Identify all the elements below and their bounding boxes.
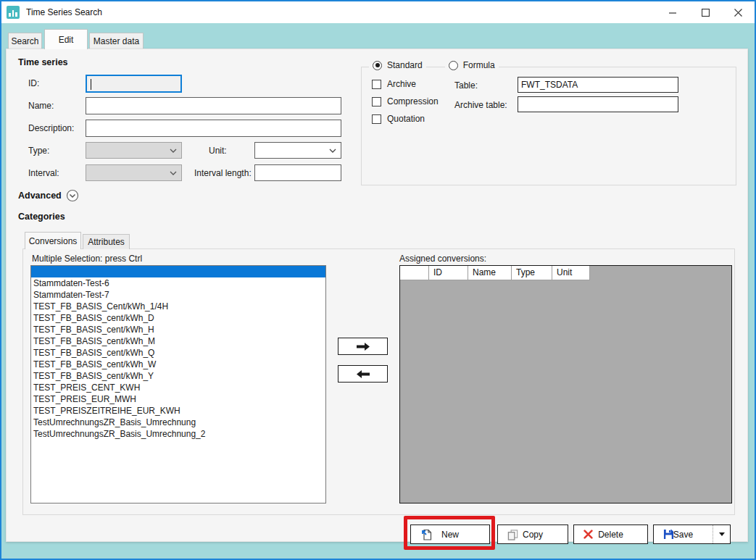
archive-checkbox-label: Archive xyxy=(387,79,416,89)
radio-selected-icon xyxy=(373,61,382,70)
interval-dropdown[interactable] xyxy=(86,164,182,181)
assign-conversion-button[interactable] xyxy=(338,338,388,355)
advanced-label: Advanced xyxy=(18,191,62,201)
tab-master-data[interactable]: Master data xyxy=(89,33,144,49)
checkbox-icon xyxy=(372,97,381,106)
grid-col-id[interactable]: ID xyxy=(429,266,468,280)
compression-checkbox-option[interactable]: Compression xyxy=(372,96,439,106)
categories-heading: Categories xyxy=(18,212,65,222)
chevron-down-icon xyxy=(329,149,336,153)
series-type-groupbox: Standard Formula Archive Compression Quo… xyxy=(361,67,736,185)
advanced-section: Advanced xyxy=(18,189,79,202)
maximize-icon xyxy=(702,9,710,17)
arrow-left-icon xyxy=(355,369,371,379)
checkbox-icon xyxy=(372,80,381,89)
tab-attributes[interactable]: Attributes xyxy=(83,234,130,249)
list-item[interactable]: TEST_FB_BASIS_cent/kWh_Y xyxy=(31,370,325,382)
grid-col-type[interactable]: Type xyxy=(512,266,552,280)
unassign-conversion-button[interactable] xyxy=(338,365,388,383)
close-button[interactable] xyxy=(722,1,755,23)
list-item[interactable]: Stammdaten-Test-6 xyxy=(31,277,325,289)
radio-unselected-icon xyxy=(449,61,458,70)
interval-length-input[interactable] xyxy=(254,164,341,181)
grid-col-name[interactable]: Name xyxy=(468,266,512,280)
title-bar: Time Series Search xyxy=(1,1,755,23)
compression-checkbox-label: Compression xyxy=(387,96,439,106)
tab-search[interactable]: Search xyxy=(8,33,42,49)
type-dropdown[interactable] xyxy=(86,142,182,159)
grid-col-rowselector xyxy=(400,266,429,280)
name-label: Name: xyxy=(28,101,54,111)
tab-conversions[interactable]: Conversions xyxy=(25,232,81,249)
list-item[interactable]: TEST_PREIS_EUR_MWH xyxy=(31,393,325,405)
formula-radio-option[interactable]: Formula xyxy=(445,60,499,70)
conversions-tab-panel: Multiple Selection: press Ctrl Stammdate… xyxy=(22,248,735,515)
unit-dropdown[interactable] xyxy=(254,142,341,159)
edit-tab-panel: Time series ID: Name: Description: Type:… xyxy=(6,49,748,542)
grid-col-unit[interactable]: Unit xyxy=(552,266,590,280)
interval-length-label: Interval length: xyxy=(194,168,252,178)
standard-radio-option[interactable]: Standard xyxy=(369,60,426,70)
close-icon xyxy=(734,9,742,17)
time-series-heading: Time series xyxy=(18,57,68,67)
dropdown-arrow-icon xyxy=(719,532,725,536)
quotation-checkbox-label: Quotation xyxy=(387,114,425,124)
bar-chart-app-icon xyxy=(7,6,20,19)
time-series-search-window: Time Series Search Search Edit Master da… xyxy=(0,0,756,560)
list-item[interactable]: TEST_PREISZEITREIHE_EUR_KWH xyxy=(31,405,325,417)
save-dropdown-button[interactable] xyxy=(713,525,730,543)
name-input[interactable] xyxy=(86,97,341,114)
list-item[interactable]: TestUmrechnungsZR_Basis_Umrechnung xyxy=(31,417,325,428)
window-title: Time Series Search xyxy=(26,7,102,17)
table-input[interactable] xyxy=(518,77,678,93)
archive-checkbox-option[interactable]: Archive xyxy=(372,79,416,89)
tab-edit[interactable]: Edit xyxy=(44,29,88,49)
type-label: Type: xyxy=(28,146,49,156)
archive-table-input[interactable] xyxy=(518,96,678,112)
list-item[interactable]: TEST_FB_BASIS_cent/kWh_Q xyxy=(31,347,325,359)
window-controls xyxy=(657,1,755,23)
list-item[interactable]: TEST_FB_BASIS_cent/kWh_H xyxy=(31,324,325,335)
arrow-right-icon xyxy=(355,342,371,351)
list-item[interactable]: Stammdaten-Test-7 xyxy=(31,289,325,301)
delete-x-icon xyxy=(583,530,593,539)
list-item[interactable]: TestUmrechnungsZR_Basis_Umrechnung_2 xyxy=(31,428,325,440)
minimize-icon xyxy=(669,9,677,17)
list-item[interactable]: TEST_FB_BASIS_cent/kWh_W xyxy=(31,359,325,370)
assigned-conversions-label: Assigned conversions: xyxy=(399,254,486,264)
minimize-button[interactable] xyxy=(657,1,689,23)
list-item[interactable] xyxy=(31,266,325,277)
new-document-icon xyxy=(420,529,432,540)
description-label: Description: xyxy=(28,123,74,133)
save-button[interactable]: Save xyxy=(653,525,731,544)
assigned-conversions-grid[interactable]: ID Name Type Unit xyxy=(399,265,732,503)
copy-button[interactable]: Copy xyxy=(497,525,568,544)
save-floppy-icon xyxy=(663,529,674,540)
id-input[interactable] xyxy=(86,75,182,93)
archive-table-label: Archive table: xyxy=(454,100,507,110)
text-caret xyxy=(91,79,91,90)
series-type-radio-row: Standard Formula xyxy=(369,60,499,70)
list-item[interactable]: TEST_FB_BASIS_cent/kWh_M xyxy=(31,335,325,347)
multi-selection-hint: Multiple Selection: press Ctrl xyxy=(32,254,142,264)
formula-radio-label: Formula xyxy=(463,60,495,70)
interval-label: Interval: xyxy=(28,168,59,178)
description-input[interactable] xyxy=(86,120,341,137)
expand-chevron-icon[interactable] xyxy=(66,189,79,202)
delete-button[interactable]: Delete xyxy=(573,525,648,544)
grid-header-row: ID Name Type Unit xyxy=(400,266,731,280)
table-label: Table: xyxy=(454,80,478,91)
list-item[interactable]: TEST_PREIS_CENT_KWH xyxy=(31,382,325,393)
standard-radio-label: Standard xyxy=(387,60,423,70)
list-item[interactable]: TEST_FB_BASIS_cent/kWh_D xyxy=(31,312,325,324)
quotation-checkbox-option[interactable]: Quotation xyxy=(372,114,425,124)
id-label: ID: xyxy=(28,78,39,88)
chevron-down-icon xyxy=(170,171,177,175)
checkbox-icon xyxy=(372,114,381,124)
copy-icon xyxy=(507,529,518,540)
chevron-down-icon xyxy=(170,149,177,153)
maximize-button[interactable] xyxy=(689,1,722,23)
conversions-listbox[interactable]: Stammdaten-Test-6 Stammdaten-Test-7 TEST… xyxy=(30,265,326,503)
new-button[interactable]: New xyxy=(410,525,490,544)
list-item[interactable]: TEST_FB_BASIS_Cent/kWh_1/4H xyxy=(31,301,325,312)
